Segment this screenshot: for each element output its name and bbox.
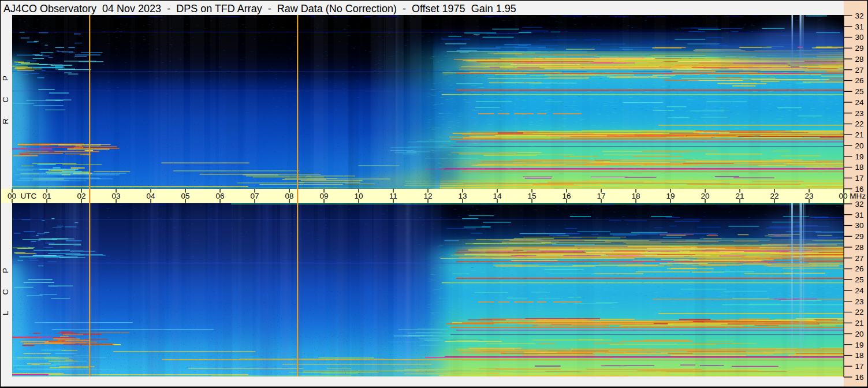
svg-text:05: 05 [181, 192, 189, 200]
svg-text:29: 29 [855, 44, 864, 53]
svg-text:30: 30 [855, 221, 864, 230]
svg-text:09: 09 [319, 192, 328, 200]
svg-text:28: 28 [855, 55, 864, 64]
svg-text:14: 14 [493, 192, 502, 200]
svg-text:21: 21 [735, 192, 744, 200]
svg-text:20: 20 [855, 141, 864, 150]
svg-text:12: 12 [423, 192, 432, 200]
svg-text:21: 21 [855, 319, 864, 327]
svg-text:25: 25 [855, 275, 864, 284]
svg-text:06: 06 [215, 192, 224, 200]
svg-text:29: 29 [855, 232, 864, 241]
svg-text:19: 19 [855, 341, 864, 349]
svg-text:AJ4CO Observatory 04 Nov 2023: AJ4CO Observatory 04 Nov 2023 - DPS on T… [3, 3, 516, 14]
svg-text:10: 10 [354, 192, 363, 200]
svg-text:07: 07 [250, 192, 259, 200]
svg-text:16: 16 [855, 373, 864, 382]
svg-text:16: 16 [562, 192, 571, 200]
svg-text:03: 03 [111, 192, 120, 200]
svg-text:15: 15 [527, 192, 536, 200]
svg-text:04: 04 [146, 192, 155, 200]
svg-text:01: 01 [42, 192, 51, 200]
svg-text:21: 21 [855, 130, 864, 139]
svg-text:R C P: R C P [1, 69, 10, 124]
svg-text:17: 17 [855, 174, 864, 182]
svg-text:11: 11 [389, 192, 397, 200]
svg-text:02: 02 [77, 192, 85, 200]
svg-text:30: 30 [855, 33, 864, 42]
svg-text:20: 20 [701, 192, 709, 200]
svg-text:18: 18 [855, 351, 864, 360]
svg-text:L C P: L C P [1, 261, 10, 315]
svg-text:26: 26 [855, 264, 864, 273]
svg-text:23: 23 [804, 192, 813, 200]
svg-text:24: 24 [855, 286, 865, 295]
svg-text:19: 19 [855, 152, 864, 161]
svg-text:23: 23 [855, 109, 864, 118]
svg-text:22: 22 [855, 308, 864, 316]
svg-text:18: 18 [855, 163, 864, 171]
svg-text:13: 13 [458, 192, 467, 200]
svg-text:22: 22 [770, 192, 778, 200]
svg-text:32: 32 [855, 12, 864, 20]
svg-text:16: 16 [855, 185, 864, 193]
svg-text:24: 24 [855, 98, 865, 107]
svg-text:26: 26 [855, 76, 864, 85]
svg-text:19: 19 [666, 192, 675, 200]
svg-text:27: 27 [855, 66, 864, 74]
svg-text:25: 25 [855, 87, 864, 96]
svg-text:00 UTC: 00 UTC [8, 192, 37, 200]
svg-text:27: 27 [855, 254, 864, 263]
svg-text:18: 18 [631, 192, 640, 200]
svg-text:20: 20 [855, 330, 864, 338]
svg-text:31: 31 [855, 23, 864, 31]
svg-text:32: 32 [855, 200, 864, 208]
svg-text:28: 28 [855, 243, 864, 252]
svg-text:08: 08 [285, 192, 293, 200]
svg-text:23: 23 [855, 297, 864, 306]
svg-text:22: 22 [855, 120, 864, 128]
svg-text:17: 17 [597, 192, 605, 200]
svg-text:17: 17 [855, 362, 864, 371]
svg-text:31: 31 [855, 211, 864, 219]
